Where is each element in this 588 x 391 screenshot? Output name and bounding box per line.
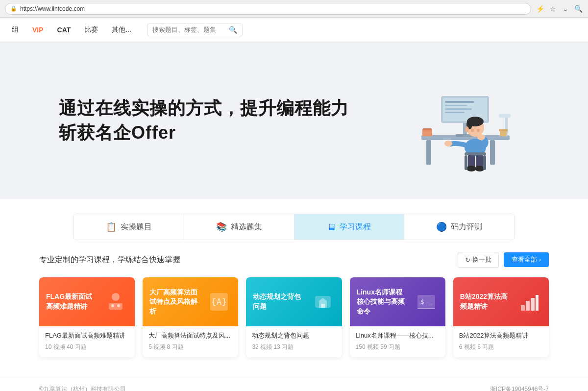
course-thumb-title-3: 动态规划之背包问题 [253, 292, 305, 311]
footer: ©九章算法（杭州）科技有限公司 浙ICP备19045946号-7 [0, 377, 588, 391]
tab-collection[interactable]: 📚 精选题集 [184, 214, 294, 240]
footer-copyright: ©九章算法（杭州）科技有限公司 [39, 385, 126, 391]
hero-illustration [392, 57, 529, 184]
course-info-1: FLAG最新面试高频难题精讲 10 视频 40 习题 [39, 326, 135, 357]
svg-point-32 [477, 129, 480, 132]
search-input[interactable] [152, 26, 226, 33]
svg-rect-14 [423, 128, 432, 130]
svg-rect-2 [490, 140, 495, 165]
footer-icp: 浙ICP备19045946号-7 [490, 385, 549, 391]
hero-title: 通过在线实操的方式，提升编程能力 斩获名企Offer [59, 96, 392, 146]
tab-practice[interactable]: 📋 实操题目 [74, 214, 184, 240]
star-icon[interactable]: ☆ [548, 4, 558, 14]
svg-rect-9 [445, 108, 472, 110]
course-name-1: FLAG最新面试高频难题精讲 [45, 331, 129, 340]
course-name-5: B站2022算法高频题精讲 [459, 331, 543, 340]
nav-search-box[interactable]: 🔍 [147, 24, 243, 36]
address-bar[interactable]: 🔒 https://www.lintcode.com [5, 3, 531, 15]
hero-text: 通过在线实操的方式，提升编程能力 斩获名企Offer [59, 96, 392, 146]
svg-rect-44 [521, 305, 525, 311]
course-info-2: 大厂高频算法面试特点及风... 5 视频 8 习题 [143, 326, 238, 357]
svg-rect-10 [445, 112, 465, 113]
course-meta-3: 32 视频 13 习题 [252, 343, 336, 351]
course-thumb-title-5: B站2022算法高频题精讲 [460, 292, 513, 311]
svg-point-30 [465, 126, 469, 132]
course-name-3: 动态规划之背包问题 [252, 331, 336, 340]
nav-cat[interactable]: CAT [55, 26, 73, 34]
course-thumb-1: FLAG最新面试高频难题精讲 [39, 277, 135, 326]
tab-courses[interactable]: 🖥 学习课程 [294, 214, 405, 240]
tab-assessment[interactable]: 🔵 码力评测 [404, 214, 514, 240]
course-thumb-5: B站2022算法高频题精讲 [453, 277, 549, 326]
course-card-4[interactable]: Linux名师课程核心技能与高频命令 $ _ Linux名师课程——核心技...… [350, 277, 445, 357]
hero-section: 通过在线实操的方式，提升编程能力 斩获名企Offer [0, 42, 588, 199]
nav-vip[interactable]: VIP [30, 26, 46, 34]
course-thumb-title-1: FLAG最新面试高频难题精讲 [46, 292, 98, 311]
tabs-container: 📋 实操题目 📚 精选题集 🖥 学习课程 🔵 码力评测 [74, 214, 514, 240]
course-name-4: Linux名师课程——核心技... [356, 331, 440, 340]
collection-icon: 📚 [216, 221, 227, 232]
course-info-5: B站2022算法高频题精讲 6 视频 6 习题 [453, 326, 549, 357]
course-thumb-title-4: Linux名师课程核心技能与高频命令 [357, 288, 409, 317]
lightning-icon[interactable]: ⚡ [535, 4, 545, 14]
viewall-label: 查看全部 › [512, 255, 541, 264]
svg-text:$ _: $ _ [420, 298, 432, 305]
navbar: 组 VIP CAT 比赛 其他... 🔍 [0, 18, 588, 42]
course-info-4: Linux名师课程——核心技... 150 视频 59 习题 [350, 326, 445, 357]
svg-point-35 [111, 304, 114, 307]
more-icon[interactable]: ⌄ [561, 4, 570, 14]
browser-icons: ⚡ ☆ ⌄ 🔍 [535, 4, 583, 14]
courses-grid: FLAG最新面试高频难题精讲 FLAG最新面试高频难题精讲 10 视频 40 习… [39, 277, 549, 357]
viewall-button[interactable]: 查看全部 › [504, 252, 549, 267]
svg-rect-28 [465, 155, 467, 170]
ssl-icon: 🔒 [10, 5, 17, 12]
svg-rect-1 [426, 140, 431, 165]
course-name-2: 大厂高频算法面试特点及风... [148, 331, 232, 340]
refresh-button[interactable]: ↻ 换一批 [458, 252, 499, 268]
course-thumb-title-2: 大厂高频算法面试特点及风格解析 [149, 288, 202, 317]
content-section: 专业定制的学习课程，学练结合快速掌握 ↻ 换一批 查看全部 › FLAG最新面试… [0, 240, 588, 377]
course-meta-1: 10 视频 40 习题 [45, 343, 129, 351]
course-thumb-icon-1 [103, 290, 128, 314]
section-header: 专业定制的学习课程，学练结合快速掌握 ↻ 换一批 查看全部 › [39, 252, 549, 268]
hero-line1: 通过在线实操的方式，提升编程能力 [59, 96, 392, 121]
svg-rect-46 [531, 298, 535, 311]
course-meta-4: 150 视频 59 习题 [356, 343, 440, 351]
svg-rect-47 [536, 295, 539, 311]
svg-rect-13 [422, 129, 432, 136]
course-thumb-icon-5 [517, 290, 542, 314]
practice-icon: 📋 [106, 221, 117, 232]
tab-courses-label: 学习课程 [340, 222, 371, 232]
svg-point-36 [117, 304, 120, 307]
refresh-icon: ↻ [465, 256, 470, 264]
course-card-2[interactable]: 大厂高频算法面试特点及风格解析 {A} 大厂高频算法面试特点及风... 5 视频… [143, 277, 238, 357]
search-icon[interactable]: 🔍 [573, 4, 583, 14]
course-card-5[interactable]: B站2022算法高频题精讲 B站2022算法高频题精讲 6 视频 6 习题 [453, 277, 549, 357]
course-thumb-3: 动态规划之背包问题 [246, 277, 342, 326]
svg-rect-16 [499, 129, 508, 131]
section-title: 专业定制的学习课程，学练结合快速掌握 [39, 255, 180, 265]
nav-other[interactable]: 其他... [110, 25, 133, 34]
hero-line2: 斩获名企Offer [59, 121, 392, 145]
search-submit-icon[interactable]: 🔍 [229, 26, 237, 34]
course-thumb-icon-2: {A} [207, 290, 231, 314]
svg-rect-8 [445, 105, 467, 106]
tabs-section: 📋 实操题目 📚 精选题集 🖥 学习课程 🔵 码力评测 [0, 199, 588, 240]
nav-group[interactable]: 组 [10, 25, 21, 34]
course-thumb-icon-3 [311, 290, 335, 314]
course-thumb-4: Linux名师课程核心技能与高频命令 $ _ [350, 277, 445, 326]
svg-rect-12 [499, 114, 511, 118]
svg-point-31 [471, 129, 474, 132]
tab-assessment-label: 码力评测 [451, 222, 482, 232]
browser-chrome: 🔒 https://www.lintcode.com ⚡ ☆ ⌄ 🔍 [0, 0, 588, 18]
tab-practice-label: 实操题目 [121, 222, 152, 232]
course-thumb-2: 大厂高频算法面试特点及风格解析 {A} [143, 277, 238, 326]
course-meta-2: 5 视频 8 习题 [148, 343, 232, 351]
svg-rect-27 [465, 152, 486, 155]
course-card-3[interactable]: 动态规划之背包问题 动态规划之背包问题 32 视频 13 习题 [246, 277, 342, 357]
nav-contest[interactable]: 比赛 [82, 25, 100, 34]
course-meta-5: 6 视频 6 习题 [459, 343, 543, 351]
assessment-icon: 🔵 [436, 221, 447, 232]
course-card-1[interactable]: FLAG最新面试高频难题精讲 FLAG最新面试高频难题精讲 10 视频 40 习… [39, 277, 135, 357]
svg-rect-7 [445, 101, 474, 103]
